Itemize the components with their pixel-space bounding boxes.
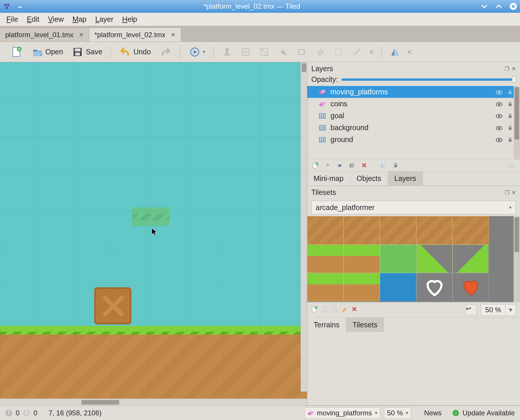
select-tool[interactable] bbox=[332, 46, 346, 58]
document-tab-active[interactable]: *platform_level_02.tmx ✕ bbox=[89, 28, 181, 42]
update-link[interactable]: Update Available bbox=[462, 409, 515, 417]
embed-tileset-icon[interactable] bbox=[322, 306, 328, 314]
tile[interactable] bbox=[416, 245, 453, 273]
panel-float-icon[interactable]: ❐ bbox=[505, 66, 509, 72]
layer-row[interactable]: background bbox=[307, 122, 520, 134]
tile[interactable] bbox=[344, 216, 380, 245]
command-button[interactable]: ▾ bbox=[187, 44, 207, 60]
canvas-scrollbar-vertical[interactable] bbox=[301, 62, 307, 392]
right-panels: Layers ❐✕ Opacity: moving_platformscoins… bbox=[307, 62, 520, 405]
pin-icon[interactable] bbox=[16, 3, 23, 10]
tile[interactable] bbox=[307, 245, 344, 273]
visibility-icon[interactable] bbox=[496, 100, 503, 108]
fill-tool[interactable] bbox=[257, 46, 271, 58]
tab-close-icon[interactable]: ✕ bbox=[79, 31, 84, 38]
panel-close-icon[interactable]: ✕ bbox=[512, 189, 516, 196]
map-canvas[interactable] bbox=[0, 62, 307, 399]
menu-map[interactable]: Map bbox=[72, 15, 87, 24]
menu-layer[interactable]: Layer bbox=[95, 15, 114, 24]
layer-row[interactable]: ground bbox=[307, 134, 520, 146]
bucket-tool[interactable] bbox=[276, 46, 290, 58]
menu-view[interactable]: View bbox=[48, 15, 64, 24]
tab-tilesets[interactable]: Tilesets bbox=[346, 318, 384, 332]
tileset-dropdown[interactable]: arcade_platformer ▾ bbox=[311, 201, 516, 214]
delete-layer-icon[interactable] bbox=[360, 161, 368, 169]
menu-help[interactable]: Help bbox=[122, 15, 137, 24]
tileset-scrollbar[interactable] bbox=[514, 216, 520, 302]
zoom-dropdown[interactable]: 50 % ▾ bbox=[384, 407, 412, 419]
visibility-icon[interactable] bbox=[496, 88, 503, 96]
canvas-scrollbar-horizontal[interactable] bbox=[0, 399, 307, 405]
minimize-icon[interactable] bbox=[480, 3, 488, 10]
stamp-tool[interactable] bbox=[220, 46, 234, 58]
delete-tileset-icon[interactable] bbox=[351, 306, 357, 314]
tile[interactable] bbox=[307, 273, 344, 301]
opacity-slider[interactable] bbox=[342, 78, 516, 81]
maximize-icon[interactable] bbox=[495, 3, 503, 10]
tile[interactable] bbox=[307, 216, 344, 245]
tileset-sync-icon[interactable]: ↩ bbox=[466, 305, 477, 315]
menu-edit[interactable]: Edit bbox=[27, 15, 39, 24]
close-icon[interactable] bbox=[510, 3, 517, 10]
visibility-icon[interactable] bbox=[496, 136, 503, 143]
edit-tileset-icon[interactable] bbox=[342, 306, 347, 314]
layer-down-icon[interactable] bbox=[336, 161, 344, 169]
tileset-view[interactable] bbox=[307, 216, 520, 302]
tile[interactable] bbox=[453, 216, 489, 245]
panel-close-icon[interactable]: ✕ bbox=[512, 66, 516, 72]
open-button[interactable]: Open bbox=[29, 44, 65, 60]
tile[interactable] bbox=[344, 273, 380, 301]
new-file-button[interactable] bbox=[8, 44, 24, 60]
tile[interactable] bbox=[453, 245, 489, 273]
menu-file[interactable]: File bbox=[6, 15, 18, 24]
toolbar-overflow-icon[interactable]: ›: bbox=[369, 48, 375, 56]
tile[interactable] bbox=[416, 216, 453, 245]
layer-up-icon[interactable] bbox=[324, 161, 332, 169]
visibility-icon[interactable] bbox=[496, 112, 503, 120]
tab-terrains[interactable]: Terrains bbox=[307, 318, 346, 332]
crate-object[interactable] bbox=[94, 287, 131, 324]
layer-row[interactable]: coins bbox=[307, 98, 520, 110]
layer-name: moving_platforms bbox=[330, 88, 388, 96]
tab-label: platform_level_01.tmx bbox=[5, 31, 74, 39]
export-tileset-icon[interactable] bbox=[332, 306, 337, 314]
warning-icon[interactable]: ! bbox=[23, 410, 30, 417]
main-toolbar: Open Save Undo ▾ ›: ›: bbox=[0, 42, 520, 62]
tile-layer-icon bbox=[319, 112, 326, 120]
visibility-icon[interactable] bbox=[496, 124, 503, 132]
tile-heart-outline[interactable] bbox=[416, 273, 453, 301]
tile[interactable] bbox=[344, 245, 380, 273]
current-layer-dropdown[interactable]: moving_platforms ▾ bbox=[304, 407, 380, 419]
tile-heart-filled[interactable] bbox=[453, 273, 489, 301]
new-layer-icon[interactable] bbox=[311, 161, 319, 169]
flip-tool[interactable] bbox=[388, 46, 402, 58]
tab-close-icon[interactable]: ✕ bbox=[171, 31, 176, 38]
tileset-zoom[interactable]: 50 % ▾ bbox=[481, 304, 516, 316]
toolbar-overflow-icon[interactable]: ›: bbox=[407, 48, 413, 56]
save-button[interactable]: Save bbox=[69, 44, 104, 60]
tab-layers[interactable]: Layers bbox=[388, 171, 423, 186]
layer-row[interactable]: goal bbox=[307, 110, 520, 122]
tab-objects[interactable]: Objects bbox=[350, 171, 388, 186]
layers-scrollbar[interactable] bbox=[514, 86, 520, 159]
new-tileset-icon[interactable] bbox=[311, 306, 318, 314]
news-link[interactable]: News bbox=[424, 409, 442, 417]
tile[interactable] bbox=[380, 216, 416, 245]
tab-minimap[interactable]: Mini-map bbox=[307, 171, 350, 186]
rect-tool[interactable] bbox=[294, 46, 308, 58]
duplicate-layer-icon[interactable] bbox=[348, 161, 356, 169]
layer-row[interactable]: moving_platforms bbox=[307, 86, 520, 98]
panel-float-icon[interactable]: ❐ bbox=[505, 189, 509, 196]
wand-tool[interactable] bbox=[350, 46, 364, 58]
document-tab[interactable]: platform_level_01.tmx ✕ bbox=[0, 28, 89, 42]
tile[interactable] bbox=[380, 273, 416, 301]
tile[interactable] bbox=[380, 245, 416, 273]
terrain-tool[interactable] bbox=[239, 46, 253, 58]
error-icon[interactable]: ! bbox=[5, 410, 12, 417]
layer-grid-icon[interactable] bbox=[508, 161, 516, 169]
show-layer-icon[interactable] bbox=[379, 161, 387, 169]
eraser-tool[interactable] bbox=[313, 46, 327, 58]
chevron-down-icon[interactable]: ▾ bbox=[505, 304, 516, 315]
lock-layer-icon[interactable] bbox=[392, 161, 400, 169]
undo-button[interactable]: Undo bbox=[117, 44, 153, 60]
